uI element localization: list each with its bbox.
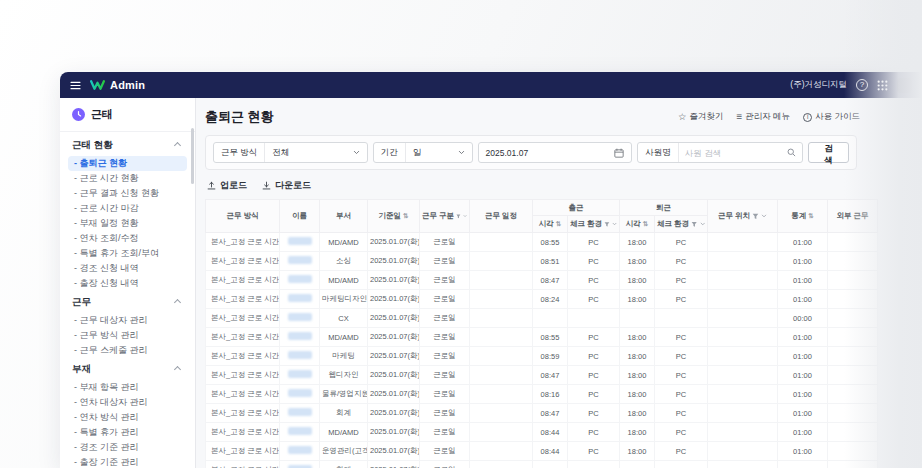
table-row[interactable]: 본사_고정 근로 시간제(출근만 체..회계2025.01.07(화)근로일08… bbox=[206, 461, 878, 468]
sidebar-item[interactable]: 근무 스케줄 관리 bbox=[68, 343, 187, 358]
col-clock-in-time[interactable]: 시각⇅ bbox=[533, 216, 568, 233]
cell-external bbox=[828, 347, 878, 366]
sidebar-item[interactable]: 연차 대상자 관리 bbox=[68, 395, 187, 410]
cell-schedule bbox=[470, 404, 533, 423]
sidebar-item[interactable]: 근무 결과 신청 현황 bbox=[68, 186, 187, 201]
sidebar-item[interactable]: 연차 방식 관리 bbox=[68, 410, 187, 425]
upload-icon bbox=[207, 181, 216, 190]
sidebar-item[interactable]: 연차 조회/수정 bbox=[68, 231, 187, 246]
cell-external bbox=[828, 271, 878, 290]
cell-clock-in-env: PC bbox=[568, 442, 620, 461]
table-row[interactable]: 본사_고정 근로 시간제(출근만 체..마케팅디자인2025.01.07(화)근… bbox=[206, 290, 878, 309]
search-icon[interactable] bbox=[787, 148, 796, 157]
info-icon: i bbox=[803, 113, 812, 122]
sidebar-item[interactable]: 출장 신청 내역 bbox=[68, 276, 187, 291]
col-date[interactable]: 기준일⇅ bbox=[368, 200, 420, 233]
sidebar-section-header[interactable]: 근태 현황 bbox=[68, 134, 187, 156]
app-grid-icon[interactable] bbox=[877, 80, 888, 91]
cell-clock-in-env: PC bbox=[568, 271, 620, 290]
sidebar-item[interactable]: 근무 대상자 관리 bbox=[68, 313, 187, 328]
sidebar-item[interactable]: 근로 시간 마감 bbox=[68, 201, 187, 216]
sidebar-section-header[interactable]: 근무 bbox=[68, 291, 187, 313]
date-picker[interactable]: 2025.01.07 bbox=[478, 142, 633, 163]
cell-total: 01:00 bbox=[778, 423, 828, 442]
sidebar-item[interactable]: 출퇴근 현황 bbox=[68, 156, 187, 171]
cell-work-method: 본사_고정 근로 시간제(출근만 체.. bbox=[206, 347, 280, 366]
module-header[interactable]: 근태 bbox=[60, 98, 195, 132]
sidebar-item[interactable]: 경조 신청 내역 bbox=[68, 261, 187, 276]
help-icon[interactable]: ? bbox=[856, 79, 868, 91]
sidebar-section-header[interactable]: 부재 bbox=[68, 358, 187, 380]
table-row[interactable]: 본사_고정 근로 시간제(출근만 체..웹디자인2025.01.07(화)근로일… bbox=[206, 366, 878, 385]
chevron-down-icon bbox=[458, 150, 465, 155]
cell-work-method: 본사_고정 근로 시간제(출근만 체.. bbox=[206, 461, 280, 468]
table-row[interactable]: 본사_고정 근로 시간제(출근만 체..MD/AMD2025.01.07(화)근… bbox=[206, 233, 878, 252]
table-row[interactable]: 본사_고정 근로 시간제(출근만 체..회계2025.01.07(화)근로일08… bbox=[206, 404, 878, 423]
usage-guide-button[interactable]: i 사용 가이드 bbox=[803, 111, 860, 123]
redacted-name bbox=[288, 332, 312, 340]
cell-total: 01:00 bbox=[778, 271, 828, 290]
admin-menu-button[interactable]: ≡ 관리자 메뉴 bbox=[736, 111, 790, 123]
cell-location bbox=[708, 347, 778, 366]
cell-date: 2025.01.07(화) bbox=[368, 404, 420, 423]
cell-total: 01:00 bbox=[778, 328, 828, 347]
module-label: 근태 bbox=[91, 107, 113, 122]
sidebar-item[interactable]: 근로 시간 현황 bbox=[68, 171, 187, 186]
cell-name bbox=[280, 271, 320, 290]
clock-icon bbox=[72, 108, 85, 121]
profile-avatar[interactable] bbox=[897, 78, 912, 93]
cell-location bbox=[708, 366, 778, 385]
period-select[interactable]: 기간 일 bbox=[373, 142, 473, 163]
sidebar-item[interactable]: 특별 휴가 관리 bbox=[68, 425, 187, 440]
col-clock-in-env[interactable]: 체크 환경 bbox=[568, 216, 620, 233]
table-row[interactable]: 본사_고정 근로 시간제(출근만 체..MD/AMD2025.01.07(화)근… bbox=[206, 328, 878, 347]
sidebar-item[interactable]: 부재 항목 관리 bbox=[68, 380, 187, 395]
col-clock-out-env[interactable]: 체크 환경 bbox=[655, 216, 708, 233]
hamburger-menu-icon[interactable] bbox=[70, 81, 81, 90]
cell-clock-in-time: 08:47 bbox=[533, 461, 568, 468]
sidebar-item[interactable]: 경조 기준 관리 bbox=[68, 440, 187, 455]
filter-icon bbox=[604, 221, 610, 228]
work-method-select[interactable]: 근무 방식 전체 bbox=[213, 142, 368, 163]
redacted-name bbox=[288, 313, 312, 321]
col-total[interactable]: 통계⇅ bbox=[778, 200, 828, 233]
sort-icon: ⇅ bbox=[556, 221, 561, 228]
page-canvas: Admin (주)거성디지털 ? bbox=[0, 0, 922, 468]
cell-work-type: 근로일 bbox=[420, 309, 470, 328]
sort-icon: ⇅ bbox=[403, 213, 408, 220]
table-row[interactable]: 본사_고정 근로 시간제(출근만 체..MD/AMD2025.01.07(화)근… bbox=[206, 423, 878, 442]
cell-location bbox=[708, 385, 778, 404]
cell-clock-out-time: 18:00 bbox=[620, 271, 655, 290]
cell-name bbox=[280, 442, 320, 461]
app-window: Admin (주)거성디지털 ? bbox=[60, 72, 922, 468]
cell-clock-in-time: 08:44 bbox=[533, 423, 568, 442]
table-row[interactable]: 본사_고정 근로 시간제(출근만 체..CX2025.01.07(화)근로일00… bbox=[206, 309, 878, 328]
table-row[interactable]: 본사_고정 근로 시간제(출근만 체..MD/AMD2025.01.07(화)근… bbox=[206, 271, 878, 290]
cell-schedule bbox=[470, 461, 533, 468]
app-logo[interactable]: Admin bbox=[90, 79, 145, 91]
upload-button[interactable]: 업로드 bbox=[207, 179, 247, 192]
sidebar-scrollbar[interactable] bbox=[191, 128, 194, 184]
sidebar-item[interactable]: 근무 방식 관리 bbox=[68, 328, 187, 343]
cell-total: 01:00 bbox=[778, 442, 828, 461]
search-button[interactable]: 검색 bbox=[808, 142, 849, 163]
sidebar-item[interactable]: 출장 기준 관리 bbox=[68, 455, 187, 468]
favorites-button[interactable]: ☆ 즐겨찾기 bbox=[678, 111, 724, 123]
cell-clock-out-env: PC bbox=[655, 328, 708, 347]
download-button[interactable]: 다운로드 bbox=[262, 179, 311, 192]
cell-clock-out-env: PC bbox=[655, 404, 708, 423]
col-clock-out-time[interactable]: 시각⇅ bbox=[620, 216, 655, 233]
table-row[interactable]: 본사_고정 근로 시간제(출근만 체..소싱2025.01.07(화)근로일08… bbox=[206, 252, 878, 271]
table-row[interactable]: 본사_고정 근로 시간제(출근만 체..운영관리(고객관리)2025.01.07… bbox=[206, 442, 878, 461]
table-row[interactable]: 본사_고정 근로 시간제(출근만 체..마케팅2025.01.07(화)근로일0… bbox=[206, 347, 878, 366]
table-row[interactable]: 본사_고정 근로 시간제(출근만 체..물류/영업지원2025.01.07(화)… bbox=[206, 385, 878, 404]
sidebar-item[interactable]: 부재 일정 현황 bbox=[68, 216, 187, 231]
col-work-type[interactable]: 근무 구분 bbox=[420, 200, 470, 233]
cell-clock-in-env: PC bbox=[568, 423, 620, 442]
employee-search-input[interactable] bbox=[679, 148, 787, 158]
cell-name bbox=[280, 404, 320, 423]
sidebar-item[interactable]: 특별 휴가 조회/부여 bbox=[68, 246, 187, 261]
cell-work-method: 본사_고정 근로 시간제(출근만 체.. bbox=[206, 233, 280, 252]
col-location[interactable]: 근무 위치 bbox=[708, 200, 778, 233]
cell-work-type: 근로일 bbox=[420, 290, 470, 309]
